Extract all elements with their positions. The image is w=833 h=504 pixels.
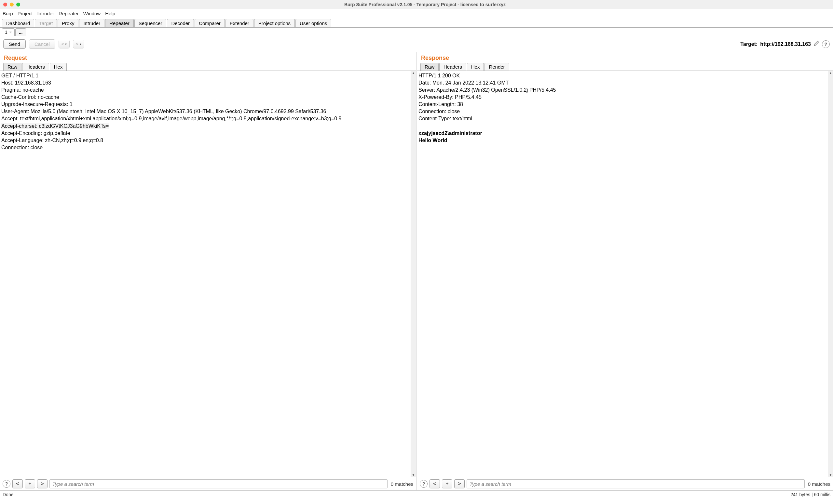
pencil-icon[interactable]	[813, 40, 819, 48]
view-tab-headers[interactable]: Headers	[22, 63, 49, 71]
view-tab-hex[interactable]: Hex	[467, 63, 484, 71]
response-search-bar: ? < + > 0 matches	[417, 477, 833, 490]
help-icon[interactable]: ?	[822, 40, 830, 48]
scroll-down-icon[interactable]: ▼	[828, 473, 833, 477]
scroll-down-icon[interactable]: ▼	[411, 473, 416, 477]
status-bar: Done 241 bytes | 60 millis	[0, 490, 833, 498]
window-title: Burp Suite Professional v2.1.05 - Tempor…	[20, 2, 830, 7]
request-editor[interactable]: GET / HTTP/1.1Host: 192.168.31.163Pragma…	[0, 71, 411, 477]
tab-extender[interactable]: Extender	[225, 19, 254, 27]
cancel-button[interactable]: Cancel	[29, 39, 55, 49]
menu-repeater[interactable]: Repeater	[58, 11, 79, 16]
minimize-window-button[interactable]	[10, 3, 14, 6]
history-prev-button[interactable]: < ▾	[58, 40, 70, 48]
target-display: Target: http://192.168.31.163 ?	[740, 40, 830, 48]
scroll-up-icon[interactable]: ▲	[411, 71, 416, 75]
view-tab-raw[interactable]: Raw	[3, 63, 22, 71]
tab-sequencer[interactable]: Sequencer	[135, 19, 167, 27]
tab-comparer[interactable]: Comparer	[195, 19, 225, 27]
send-button[interactable]: Send	[3, 39, 26, 49]
request-search-input[interactable]	[49, 479, 387, 488]
search-add-button[interactable]: +	[442, 479, 452, 488]
repeater-panes: Request RawHeadersHex GET / HTTP/1.1Host…	[0, 52, 833, 490]
search-add-button[interactable]: +	[25, 479, 35, 488]
tab-repeater[interactable]: Repeater	[105, 19, 134, 27]
repeater-subtabs: 1 × ...	[0, 28, 833, 36]
view-tab-render[interactable]: Render	[484, 63, 509, 71]
help-icon[interactable]: ?	[420, 480, 428, 488]
close-window-button[interactable]	[3, 3, 7, 6]
response-tabs: RawHeadersHexRender	[417, 63, 833, 71]
repeater-subtab-label: 1	[5, 30, 7, 35]
search-prev-button[interactable]: <	[13, 479, 23, 488]
response-match-count: 0 matches	[808, 481, 830, 487]
tab-target[interactable]: Target	[35, 19, 57, 27]
request-match-count: 0 matches	[391, 481, 413, 487]
chevron-left-icon: <	[62, 42, 64, 47]
traffic-lights	[3, 3, 20, 6]
window-titlebar: Burp Suite Professional v2.1.05 - Tempor…	[0, 0, 833, 9]
menubar: Burp Project Intruder Repeater Window He…	[0, 9, 833, 18]
view-tab-raw[interactable]: Raw	[421, 63, 438, 71]
menu-window[interactable]: Window	[83, 11, 100, 16]
response-title: Response	[417, 52, 833, 63]
menu-burp[interactable]: Burp	[3, 11, 13, 16]
ellipsis-label: ...	[19, 30, 23, 35]
tab-user-options[interactable]: User options	[295, 19, 331, 27]
close-icon[interactable]: ×	[9, 30, 12, 34]
request-tabs: RawHeadersHex	[0, 63, 416, 71]
status-left: Done	[3, 492, 13, 497]
help-icon[interactable]: ?	[3, 480, 10, 488]
tab-proxy[interactable]: Proxy	[57, 19, 78, 27]
repeater-action-bar: Send Cancel < ▾ > ▾ Target: http://192.1…	[0, 36, 833, 52]
tab-dashboard[interactable]: Dashboard	[2, 19, 34, 27]
scrollbar[interactable]: ▲ ▼	[411, 71, 416, 477]
chevron-right-icon: >	[76, 42, 78, 47]
target-value: http://192.168.31.163	[760, 41, 811, 47]
menu-intruder[interactable]: Intruder	[37, 11, 54, 16]
repeater-subtab-1[interactable]: 1 ×	[2, 28, 15, 36]
view-tab-headers[interactable]: Headers	[439, 63, 466, 71]
response-search-input[interactable]	[467, 479, 805, 488]
tab-intruder[interactable]: Intruder	[79, 19, 104, 27]
status-right: 241 bytes | 60 millis	[790, 492, 830, 497]
repeater-subtab-new[interactable]: ...	[15, 28, 26, 36]
menu-help[interactable]: Help	[105, 11, 115, 16]
scrollbar[interactable]: ▲ ▼	[828, 71, 833, 477]
search-prev-button[interactable]: <	[429, 479, 440, 488]
tab-decoder[interactable]: Decoder	[167, 19, 194, 27]
target-label: Target:	[740, 41, 758, 47]
request-search-bar: ? < + > 0 matches	[0, 477, 416, 490]
maximize-window-button[interactable]	[16, 3, 20, 6]
history-next-button[interactable]: > ▾	[73, 40, 84, 48]
main-tabs: DashboardTargetProxyIntruderRepeaterSequ…	[0, 18, 833, 28]
response-pane: Response RawHeadersHexRender HTTP/1.1 20…	[416, 52, 833, 490]
tab-project-options[interactable]: Project options	[254, 19, 295, 27]
chevron-down-icon: ▾	[80, 42, 81, 46]
request-title: Request	[0, 52, 416, 63]
chevron-down-icon: ▾	[65, 42, 67, 46]
search-next-button[interactable]: >	[37, 479, 48, 488]
search-next-button[interactable]: >	[454, 479, 465, 488]
request-pane: Request RawHeadersHex GET / HTTP/1.1Host…	[0, 52, 416, 490]
response-editor[interactable]: HTTP/1.1 200 OKDate: Mon, 24 Jan 2022 13…	[417, 71, 828, 477]
view-tab-hex[interactable]: Hex	[50, 63, 67, 71]
menu-project[interactable]: Project	[18, 11, 33, 16]
scroll-up-icon[interactable]: ▲	[828, 71, 833, 75]
